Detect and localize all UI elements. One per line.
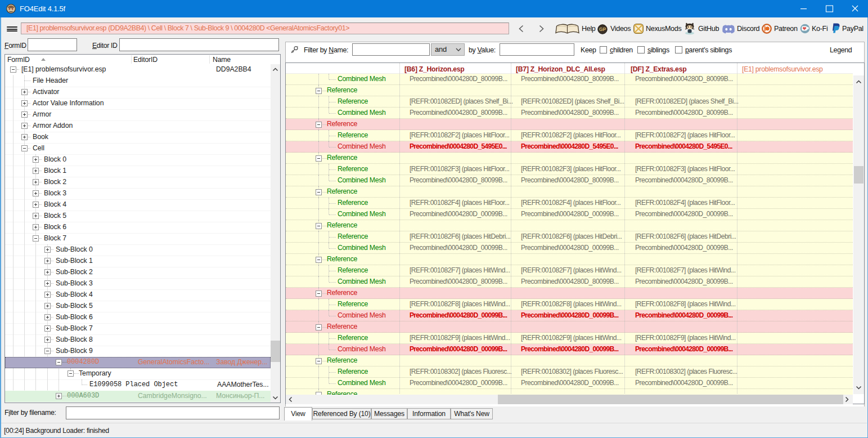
svg-text:GP: GP (599, 26, 606, 32)
